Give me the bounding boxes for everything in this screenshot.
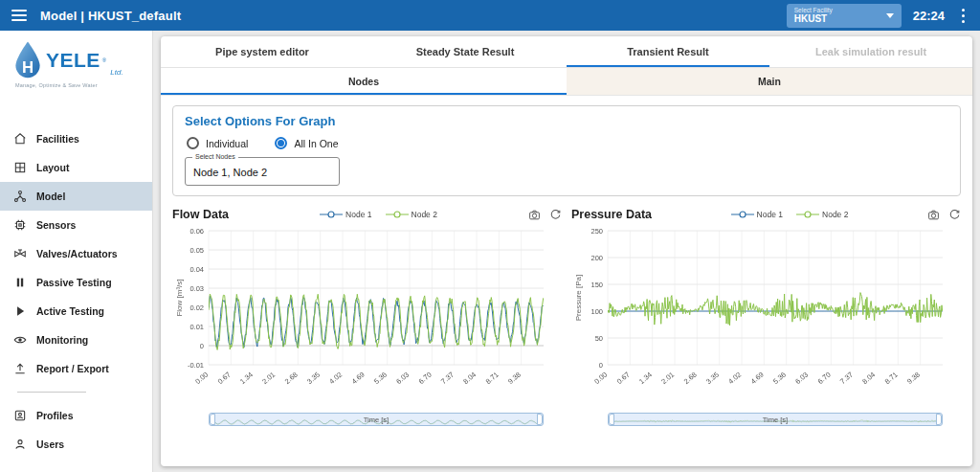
sidebar-item-passive-testing[interactable]: Passive Testing	[0, 268, 152, 297]
svg-text:2.68: 2.68	[283, 371, 300, 386]
flow-chart-plot[interactable]: -0.0100.010.020.030.040.050.060.000.671.…	[172, 225, 553, 413]
logo-registered-mark: ®	[102, 57, 106, 63]
flow-chart-range-slider[interactable]: Time [s]	[209, 413, 544, 426]
svg-text:6.03: 6.03	[394, 371, 411, 386]
sidebar-item-label: Model	[36, 191, 65, 202]
sidebar-item-label: Users	[36, 438, 64, 450]
facility-select[interactable]: Select Facility HKUST	[787, 4, 902, 28]
tab-transient-result[interactable]: Transient Result	[567, 36, 769, 67]
svg-text:6.70: 6.70	[417, 371, 434, 386]
valve-icon	[13, 247, 27, 260]
sidebar-item-profiles[interactable]: Profiles	[0, 401, 152, 430]
tab-nodes[interactable]: Nodes	[161, 68, 567, 95]
svg-text:2.01: 2.01	[659, 371, 676, 386]
svg-text:0.00: 0.00	[592, 371, 609, 386]
svg-text:7.37: 7.37	[439, 371, 456, 386]
tab-main[interactable]: Main	[567, 68, 972, 95]
sidebar-item-label: Profiles	[36, 410, 74, 421]
svg-text:8.04: 8.04	[461, 371, 478, 386]
graph-options-heading: Select Options For Graph	[185, 114, 948, 128]
play-icon	[13, 304, 27, 318]
sidebar-item-label: Passive Testing	[36, 277, 112, 288]
svg-text:8.71: 8.71	[484, 371, 501, 386]
svg-text:Pressure [Pa]: Pressure [Pa]	[574, 275, 583, 321]
range-slider-handle-right[interactable]	[936, 414, 942, 425]
svg-text:0.04: 0.04	[189, 265, 204, 274]
svg-text:8.04: 8.04	[860, 371, 877, 386]
flow-chart-legend: Node 1Node 2	[229, 210, 528, 219]
pressure-chart-title: Pressure Data	[571, 208, 652, 221]
svg-text:0.02: 0.02	[189, 303, 204, 312]
upload-icon	[13, 362, 27, 375]
hamburger-menu-icon[interactable]	[10, 6, 29, 25]
range-slider-handle-right[interactable]	[537, 414, 543, 425]
flow-chart-header: Flow Data Node 1Node 2	[172, 204, 562, 225]
svg-text:-0.01: -0.01	[188, 361, 204, 370]
flow-chart-title: Flow Data	[172, 208, 229, 221]
tab-leak-simulation-result: Leak simulation result	[769, 36, 972, 67]
grid-icon	[13, 161, 27, 174]
svg-text:7.37: 7.37	[838, 371, 855, 386]
legend-item[interactable]: Node 1	[320, 210, 371, 219]
legend-label: Node 1	[345, 210, 371, 219]
select-nodes-label: Select Nodes	[192, 153, 238, 160]
sidebar-item-facilities[interactable]: Facilities	[0, 124, 152, 153]
sidebar-item-sensors[interactable]: Sensors	[0, 211, 152, 239]
logo-letter: H	[22, 58, 33, 77]
svg-text:6.70: 6.70	[816, 371, 833, 386]
radio-all-in-one[interactable]: All In One	[275, 137, 338, 149]
primary-tabs: Pipe system editor Steady State Result T…	[161, 36, 972, 68]
tab-steady-state-result[interactable]: Steady State Result	[364, 36, 567, 67]
svg-text:0.01: 0.01	[189, 323, 204, 331]
refresh-icon[interactable]	[549, 209, 562, 221]
person-icon	[13, 438, 27, 451]
refresh-icon[interactable]	[948, 209, 961, 221]
range-slider-preview	[609, 414, 943, 426]
graph-mode-radios: Individual All In One	[187, 137, 948, 149]
sidebar-item-users[interactable]: Users	[0, 430, 152, 459]
pressure-chart-header: Pressure Data Node 1Node 2	[571, 204, 961, 225]
sidebar-item-active-testing[interactable]: Active Testing	[0, 297, 152, 326]
camera-icon[interactable]	[927, 209, 940, 221]
range-slider-handle-left[interactable]	[210, 414, 215, 425]
svg-text:3.35: 3.35	[305, 371, 322, 386]
sidebar-item-label: Sensors	[36, 219, 76, 231]
pause-icon	[13, 276, 27, 289]
radio-circle-icon	[275, 137, 287, 149]
logo-brand-text: YELE	[46, 49, 100, 72]
sidebar-menu: Facilities Layout Model Sensors Valves/A…	[0, 124, 152, 459]
sidebar-item-monitoring[interactable]: Monitoring	[0, 326, 152, 354]
svg-text:0: 0	[200, 342, 204, 350]
pressure-chart-plot[interactable]: 0501001502002500.000.671.342.012.683.354…	[571, 225, 952, 413]
legend-item[interactable]: Node 1	[731, 210, 783, 219]
tab-pipe-system-editor[interactable]: Pipe system editor	[161, 36, 364, 67]
select-nodes-field[interactable]: Select Nodes Node 1, Node 2	[185, 157, 340, 186]
charts-row: Flow Data Node 1Node 2 -0.0100.010.020.0…	[161, 204, 972, 426]
legend-item[interactable]: Node 2	[386, 210, 437, 219]
sidebar-item-model[interactable]: Model	[0, 182, 152, 211]
secondary-tabs: Nodes Main	[161, 68, 972, 96]
legend-label: Node 1	[757, 210, 783, 219]
pressure-chart-range-slider[interactable]: Time [s]	[608, 413, 943, 426]
sidebar-item-report-export[interactable]: Report / Export	[0, 354, 152, 383]
sidebar-item-layout[interactable]: Layout	[0, 153, 152, 182]
svg-text:200: 200	[590, 254, 603, 262]
sidebar-item-label: Valves/Actuators	[36, 248, 118, 259]
home-icon	[13, 132, 27, 146]
pressure-chart-panel: Pressure Data Node 1Node 2 0501001502002…	[571, 204, 961, 426]
camera-icon[interactable]	[528, 209, 541, 221]
sidebar-item-valves-actuators[interactable]: Valves/Actuators	[0, 239, 152, 268]
legend-marker-icon	[731, 210, 754, 219]
svg-text:0: 0	[599, 361, 603, 370]
kebab-menu-icon[interactable]	[956, 6, 970, 26]
range-slider-handle-left[interactable]	[609, 414, 614, 425]
radio-all-in-one-label: All In One	[294, 138, 338, 149]
legend-label: Node 2	[412, 210, 437, 219]
sidebar-item-label: Report / Export	[36, 363, 109, 374]
svg-text:4.69: 4.69	[749, 371, 766, 386]
svg-text:250: 250	[590, 227, 603, 236]
flow-chart-panel: Flow Data Node 1Node 2 -0.0100.010.020.0…	[172, 204, 562, 426]
svg-text:0.00: 0.00	[193, 371, 210, 386]
legend-item[interactable]: Node 2	[796, 210, 848, 219]
radio-individual[interactable]: Individual	[187, 137, 248, 149]
